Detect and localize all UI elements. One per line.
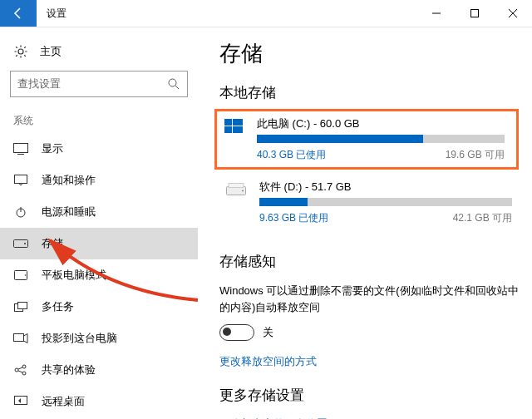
storage-sense-heading: 存储感知 xyxy=(219,252,519,271)
window-controls xyxy=(417,0,532,27)
drive-title: 此电脑 (C:) - 60.0 GB xyxy=(257,116,505,131)
back-button[interactable] xyxy=(0,0,37,27)
sidebar-item-label: 共享的体验 xyxy=(42,362,96,377)
maximize-icon xyxy=(470,9,479,17)
search-placeholder: 查找设置 xyxy=(17,76,61,91)
search-icon xyxy=(167,77,180,91)
svg-point-12 xyxy=(25,274,27,276)
arrow-left-icon xyxy=(12,7,25,20)
sidebar-group-label: 系统 xyxy=(0,114,198,133)
sidebar-item-tablet[interactable]: 平板电脑模式 xyxy=(0,259,198,291)
svg-rect-22 xyxy=(224,119,232,126)
project-icon xyxy=(13,333,28,344)
sidebar-menu: 显示 通知和操作 电源和睡眠 存储 平板电脑模式 多任务 xyxy=(0,133,198,417)
svg-rect-14 xyxy=(18,303,27,309)
sidebar-item-label: 平板电脑模式 xyxy=(42,268,106,283)
sidebar-item-display[interactable]: 显示 xyxy=(0,133,198,165)
sidebar-item-label: 多任务 xyxy=(42,299,74,314)
svg-point-16 xyxy=(15,368,18,372)
content: 存储 本地存储 此电脑 (C:) - 60.0 GB 40.3 GB 已使用 xyxy=(198,27,532,419)
sidebar-item-shared[interactable]: 共享的体验 xyxy=(0,354,198,386)
drive-meta: 9.63 GB 已使用 42.1 GB 可用 xyxy=(259,211,512,225)
titlebar: 设置 xyxy=(0,0,532,27)
svg-line-19 xyxy=(18,367,22,369)
svg-point-17 xyxy=(22,365,26,368)
power-icon xyxy=(13,206,28,218)
usage-bar-fill xyxy=(259,198,308,206)
storage-sense-desc: Windows 可以通过删除不需要的文件(例如临时文件和回收站中的内容)自动释放… xyxy=(219,283,519,316)
remote-desktop-icon xyxy=(13,396,28,407)
sidebar-item-label: 显示 xyxy=(42,141,63,156)
search-input[interactable]: 查找设置 xyxy=(10,71,188,97)
storage-sense-toggle-row: 关 xyxy=(219,324,519,341)
window-title: 设置 xyxy=(37,0,417,27)
svg-point-10 xyxy=(24,243,26,244)
svg-line-20 xyxy=(18,371,22,372)
sidebar-item-label: 远程桌面 xyxy=(42,394,85,409)
link-change-free-space[interactable]: 更改释放空间的方式 xyxy=(219,354,519,369)
sidebar: 主页 查找设置 系统 显示 通知和操作 电源和睡眠 存 xyxy=(0,27,198,419)
usage-bar xyxy=(259,198,512,206)
sidebar-item-label: 通知和操作 xyxy=(42,173,96,188)
page-title: 存储 xyxy=(219,39,519,68)
drive-body: 软件 (D:) - 51.7 GB 9.63 GB 已使用 42.1 GB 可用 xyxy=(259,180,519,225)
sidebar-item-project[interactable]: 投影到这台电脑 xyxy=(0,323,198,354)
home-label: 主页 xyxy=(40,44,62,59)
minimize-button[interactable] xyxy=(417,0,456,27)
sidebar-item-label: 投影到这台电脑 xyxy=(42,331,117,346)
svg-rect-1 xyxy=(471,10,479,17)
notifications-icon xyxy=(13,175,28,186)
svg-rect-6 xyxy=(15,175,27,184)
sidebar-item-label: 存储 xyxy=(42,236,63,251)
svg-rect-15 xyxy=(14,334,24,342)
close-icon xyxy=(509,9,517,17)
display-icon xyxy=(13,143,28,155)
sidebar-item-remote[interactable]: 远程桌面 xyxy=(0,386,198,417)
multitask-icon xyxy=(13,301,28,313)
toggle-knob xyxy=(223,328,231,336)
free-label: 42.1 GB 可用 xyxy=(453,211,512,225)
tablet-icon xyxy=(13,269,28,281)
sidebar-item-notifications[interactable]: 通知和操作 xyxy=(0,165,198,196)
sidebar-item-multitask[interactable]: 多任务 xyxy=(0,291,198,323)
svg-rect-28 xyxy=(229,184,244,188)
drive-d[interactable]: 软件 (D:) - 51.7 GB 9.63 GB 已使用 42.1 GB 可用 xyxy=(219,180,519,225)
drive-body: 此电脑 (C:) - 60.0 GB 40.3 GB 已使用 19.6 GB 可… xyxy=(257,116,511,162)
svg-line-3 xyxy=(175,86,179,89)
close-button[interactable] xyxy=(494,0,532,27)
svg-point-18 xyxy=(22,372,26,375)
drive-c[interactable]: 此电脑 (C:) - 60.0 GB 40.3 GB 已使用 19.6 GB 可… xyxy=(214,109,519,170)
drive-meta: 40.3 GB 已使用 19.6 GB 可用 xyxy=(257,148,505,162)
sidebar-item-power[interactable]: 电源和睡眠 xyxy=(0,196,198,228)
free-label: 19.6 GB 可用 xyxy=(446,148,505,162)
svg-rect-24 xyxy=(224,126,232,133)
storage-sense-toggle[interactable] xyxy=(219,324,254,341)
storage-icon xyxy=(13,238,28,249)
usage-bar xyxy=(257,135,505,143)
home-button[interactable]: 主页 xyxy=(0,39,198,71)
sidebar-item-label: 电源和睡眠 xyxy=(42,205,96,219)
hard-drive-icon xyxy=(224,180,248,200)
usage-bar-fill xyxy=(257,135,423,143)
svg-point-2 xyxy=(169,79,176,86)
used-label: 9.63 GB 已使用 xyxy=(259,211,328,225)
sidebar-item-storage[interactable]: 存储 xyxy=(0,228,198,259)
minimize-icon xyxy=(432,9,441,17)
more-settings-heading: 更多存储设置 xyxy=(219,386,519,405)
drive-title: 软件 (D:) - 51.7 GB xyxy=(259,180,512,195)
windows-logo-icon xyxy=(222,116,245,136)
toggle-state-label: 关 xyxy=(263,325,273,340)
main: 主页 查找设置 系统 显示 通知和操作 电源和睡眠 存 xyxy=(0,27,532,419)
used-label: 40.3 GB 已使用 xyxy=(257,148,326,162)
svg-rect-25 xyxy=(233,126,243,133)
gear-icon xyxy=(13,44,28,59)
svg-rect-23 xyxy=(233,119,243,126)
svg-rect-4 xyxy=(14,144,28,153)
maximize-button[interactable] xyxy=(456,0,494,27)
local-storage-heading: 本地存储 xyxy=(219,83,519,102)
shared-exp-icon xyxy=(13,364,28,376)
svg-point-27 xyxy=(242,190,244,192)
